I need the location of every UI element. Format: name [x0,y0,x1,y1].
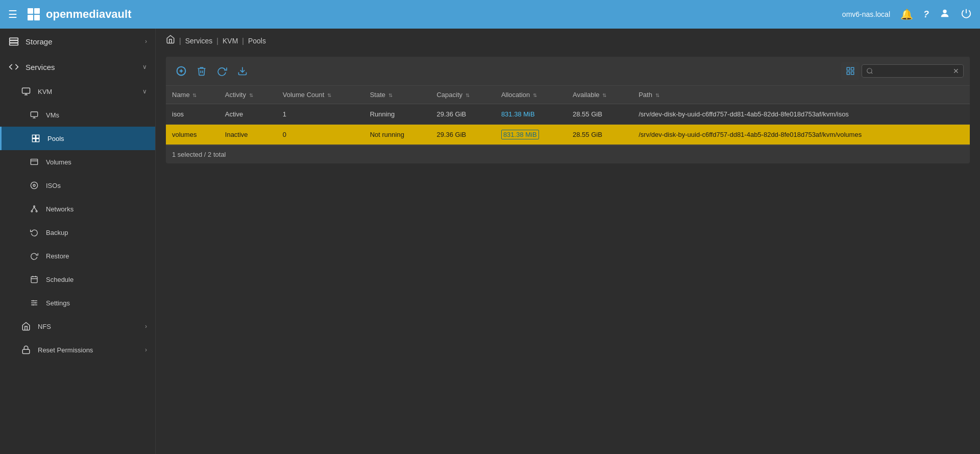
svg-line-26 [34,207,37,211]
sidebar-item-networks[interactable]: Networks [0,197,155,221]
breadcrumb: | Services | KVM | Pools [156,29,980,53]
cell-state: Not running [364,125,431,145]
pools-icon [30,133,41,144]
main-layout: Storage › Services ∨ KVM ∨ VMs [0,29,980,454]
col-volume-count[interactable]: Volume Count ⇅ [277,86,364,104]
grid-view-button[interactable] [841,62,860,80]
power-icon[interactable] [961,8,972,21]
status-bar: 1 selected / 2 total [166,145,970,163]
sidebar-item-settings[interactable]: Settings [0,291,155,315]
sidebar-item-vms[interactable]: VMs [0,103,155,127]
sidebar-item-storage[interactable]: Storage › [0,29,155,54]
sidebar-item-reset-permissions[interactable]: Reset Permissions › [0,338,155,362]
toolbar: ✕ [166,57,970,86]
home-icon[interactable] [166,35,175,46]
add-button[interactable] [172,62,190,80]
col-activity[interactable]: Activity ⇅ [219,86,277,104]
col-path[interactable]: Path ⇅ [632,86,970,104]
breadcrumb-kvm[interactable]: KVM [223,37,238,45]
col-name[interactable]: Name ⇅ [166,86,219,104]
reset-permissions-chevron: › [145,346,147,353]
cell-activity: Active [219,104,277,125]
cell-allocation: 831.38 MiB [495,125,567,145]
cell-path: /srv/dev-disk-by-uuid-c6ffd757-dd81-4ab5… [632,104,970,125]
volumes-icon [29,156,40,168]
help-icon[interactable]: ? [923,9,929,20]
restore-icon [29,250,40,261]
cell-name: isos [166,104,219,125]
networks-label: Networks [46,205,147,213]
breadcrumb-pools[interactable]: Pools [248,37,266,45]
sidebar-item-volumes[interactable]: Volumes [0,150,155,174]
data-table: Name ⇅ Activity ⇅ Volume Count ⇅ State ⇅… [166,86,970,145]
svg-rect-1 [34,8,40,14]
sidebar-item-pools[interactable]: Pools [0,127,155,150]
allocation-value: 831.38 MiB [501,110,535,118]
svg-rect-8 [22,88,30,93]
download-button[interactable] [233,62,252,80]
svg-point-23 [31,210,33,212]
col-capacity[interactable]: Capacity ⇅ [430,86,495,104]
table-body: isos Active 1 Running 29.36 GiB 831.38 M… [166,104,970,145]
breadcrumb-services[interactable]: Services [185,37,213,45]
svg-rect-15 [36,135,39,138]
sidebar-item-schedule[interactable]: Schedule [0,268,155,291]
storage-label: Storage [26,37,139,46]
svg-rect-37 [22,349,30,353]
delete-button[interactable] [192,62,211,80]
vms-icon [29,109,40,121]
svg-point-20 [31,182,37,188]
search-box: ✕ [862,64,964,78]
svg-point-22 [34,206,35,207]
col-available[interactable]: Available ⇅ [567,86,632,104]
sidebar-item-isos[interactable]: ISOs [0,174,155,197]
settings-icon [29,297,40,308]
svg-point-24 [36,210,37,212]
search-input[interactable] [876,67,953,75]
svg-rect-17 [36,139,39,142]
kvm-icon [20,86,32,97]
hamburger-icon[interactable]: ☰ [8,8,17,20]
status-text: 1 selected / 2 total [172,151,226,158]
services-label: Services [26,63,136,71]
storage-chevron: › [145,38,147,45]
svg-rect-14 [32,135,35,138]
notifications-icon[interactable]: 🔔 [900,8,913,20]
col-allocation[interactable]: Allocation ⇅ [495,86,567,104]
topbar-right: omv6-nas.local 🔔 ? [842,8,972,21]
backup-icon [29,227,40,238]
settings-label: Settings [46,299,147,307]
backup-label: Backup [46,229,147,236]
table-row[interactable]: isos Active 1 Running 29.36 GiB 831.38 M… [166,104,970,125]
svg-point-21 [33,184,35,186]
sidebar-item-restore[interactable]: Restore [0,244,155,268]
cell-available: 28.55 GiB [567,104,632,125]
svg-line-25 [32,207,34,211]
topbar-left: ☰ openmediavault [8,6,131,22]
svg-rect-6 [10,40,18,42]
col-state[interactable]: State ⇅ [364,86,431,104]
breadcrumb-sep-3: | [242,37,244,45]
breadcrumb-sep-1: | [179,37,181,45]
cell-path: /srv/dev-disk-by-uuid-c6ffd757-dd81-4ab5… [632,125,970,145]
app-name: openmediavault [46,8,131,21]
svg-rect-45 [851,72,854,75]
table-row[interactable]: volumes Inactive 0 Not running 29.36 GiB… [166,125,970,145]
schedule-label: Schedule [46,276,147,283]
cell-state: Running [364,104,431,125]
sidebar-item-backup[interactable]: Backup [0,221,155,244]
restore-label: Restore [46,252,147,260]
sidebar-item-nfs[interactable]: NFS › [0,315,155,338]
topbar: ☰ openmediavault omv6-nas.local 🔔 ? [0,0,980,29]
svg-rect-44 [847,72,849,75]
svg-rect-18 [31,159,37,165]
cell-capacity: 29.36 GiB [430,125,495,145]
user-icon[interactable] [939,8,950,21]
search-clear-icon[interactable]: ✕ [953,67,959,75]
pools-label: Pools [47,135,147,142]
svg-rect-0 [28,8,33,14]
sidebar-item-services[interactable]: Services ∨ [0,54,155,80]
isos-label: ISOs [46,182,147,189]
sidebar-item-kvm[interactable]: KVM ∨ [0,80,155,103]
refresh-button[interactable] [213,62,231,80]
